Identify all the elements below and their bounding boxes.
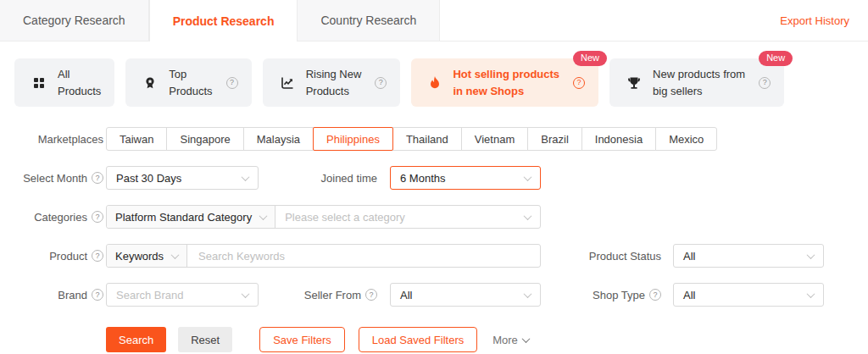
load-saved-filters-button[interactable]: Load Saved Filters bbox=[359, 327, 477, 352]
more-dropdown[interactable]: More bbox=[492, 334, 529, 346]
mode-label: Rising New Products bbox=[306, 66, 362, 99]
mode-all-products[interactable]: All Products bbox=[14, 58, 114, 107]
product-label: Product bbox=[0, 250, 103, 263]
help-icon[interactable] bbox=[759, 77, 771, 89]
marketplace-taiwan[interactable]: Taiwan bbox=[106, 127, 167, 151]
category-placeholder: Please select a category bbox=[285, 211, 405, 224]
marketplace-thailand[interactable]: Thailand bbox=[392, 127, 462, 151]
brand-placeholder: Search Brand bbox=[116, 289, 184, 301]
tab-country-research[interactable]: Country Research bbox=[298, 0, 440, 41]
shop-type-dropdown[interactable]: All bbox=[673, 283, 824, 307]
chevron-down-icon bbox=[524, 173, 532, 181]
help-icon[interactable] bbox=[92, 172, 103, 184]
help-icon[interactable] bbox=[649, 289, 661, 301]
brand-label-text: Brand bbox=[58, 289, 87, 301]
save-filters-button[interactable]: Save Filters bbox=[259, 327, 345, 352]
mode-buttons-row: All Products Top Products Rising Ne bbox=[14, 58, 854, 107]
mode-label: All Products bbox=[58, 66, 101, 99]
product-input-group: Keywords bbox=[106, 244, 541, 268]
mode-hot-selling-new-shops[interactable]: Hot selling products in new Shops New bbox=[411, 58, 598, 107]
marketplace-vietnam[interactable]: Vietnam bbox=[461, 127, 528, 151]
help-icon[interactable] bbox=[573, 77, 585, 89]
joined-time-dropdown[interactable]: 6 Months bbox=[390, 166, 541, 190]
new-badge: New bbox=[759, 51, 793, 66]
product-row: Product Keywords Product Status All bbox=[0, 244, 868, 268]
category-select[interactable]: Please select a category bbox=[275, 206, 540, 228]
brand-label: Brand bbox=[0, 289, 103, 301]
marketplace-singapore[interactable]: Singapore bbox=[166, 127, 243, 151]
more-label: More bbox=[492, 334, 518, 346]
keyword-type-value: Keywords bbox=[115, 250, 164, 263]
joined-time-label: Joined time bbox=[321, 172, 377, 185]
select-month-value: Past 30 Days bbox=[116, 172, 181, 185]
month-row: Select Month Past 30 Days Joined time 6 … bbox=[0, 166, 868, 190]
mode-label: New products from big sellers bbox=[653, 66, 745, 99]
marketplaces-label: Marketplaces bbox=[0, 133, 103, 146]
select-month-dropdown[interactable]: Past 30 Days bbox=[106, 166, 259, 190]
product-status-value: All bbox=[683, 250, 695, 263]
search-button[interactable]: Search bbox=[106, 327, 166, 352]
mode-new-products-big-sellers[interactable]: New products from big sellers New bbox=[609, 58, 784, 107]
category-type-value: Platform Standard Category bbox=[115, 211, 252, 224]
categories-label-text: Categories bbox=[34, 211, 87, 224]
category-input-group: Platform Standard Category Please select… bbox=[106, 205, 541, 229]
tab-category-research[interactable]: Category Research bbox=[0, 0, 149, 41]
marketplace-indonesia[interactable]: Indonesia bbox=[581, 127, 656, 151]
chevron-down-icon bbox=[524, 212, 532, 220]
help-icon[interactable] bbox=[92, 289, 103, 301]
trend-icon bbox=[280, 75, 295, 91]
marketplaces-row: Marketplaces Taiwan Singapore Malaysia P… bbox=[0, 127, 868, 151]
shop-type-group: Shop Type All bbox=[593, 283, 824, 307]
chevron-down-icon bbox=[524, 290, 532, 298]
categories-label: Categories bbox=[0, 211, 103, 224]
seller-from-dropdown[interactable]: All bbox=[390, 283, 541, 307]
grid-icon bbox=[31, 75, 47, 91]
top-tab-bar: Category Research Product Research Count… bbox=[0, 0, 868, 41]
product-label-text: Product bbox=[49, 250, 87, 263]
mode-top-products[interactable]: Top Products bbox=[125, 58, 251, 107]
actions-row: Search Reset Save Filters Load Saved Fil… bbox=[106, 327, 868, 352]
chevron-down-icon bbox=[807, 251, 815, 259]
reset-button[interactable]: Reset bbox=[178, 327, 232, 352]
brand-search-dropdown[interactable]: Search Brand bbox=[106, 283, 259, 307]
shop-type-value: All bbox=[683, 289, 695, 301]
help-icon[interactable] bbox=[375, 77, 387, 89]
select-month-label-text: Select Month bbox=[23, 172, 87, 185]
marketplace-philippines[interactable]: Philippines bbox=[313, 127, 393, 151]
chevron-down-icon bbox=[242, 173, 250, 181]
joined-time-value: 6 Months bbox=[400, 172, 445, 185]
marketplace-malaysia[interactable]: Malaysia bbox=[243, 127, 314, 151]
tab-product-research[interactable]: Product Research bbox=[149, 0, 298, 41]
seller-from-value: All bbox=[400, 289, 412, 301]
shop-type-label: Shop Type bbox=[593, 289, 661, 301]
product-status-group: Product Status All bbox=[589, 244, 824, 268]
search-keywords-input[interactable] bbox=[197, 249, 531, 263]
trophy-icon bbox=[626, 75, 642, 91]
categories-row: Categories Platform Standard Category Pl… bbox=[0, 205, 868, 229]
chevron-down-icon bbox=[242, 290, 250, 298]
help-icon[interactable] bbox=[92, 211, 103, 223]
select-month-label: Select Month bbox=[0, 172, 103, 185]
mode-label: Top Products bbox=[169, 66, 212, 99]
new-badge: New bbox=[573, 51, 607, 66]
marketplace-segmented-control: Taiwan Singapore Malaysia Philippines Th… bbox=[106, 127, 717, 151]
marketplace-mexico[interactable]: Mexico bbox=[655, 127, 717, 151]
seller-from-label: Seller From bbox=[304, 289, 377, 301]
mode-rising-new-products[interactable]: Rising New Products bbox=[263, 58, 401, 107]
help-icon[interactable] bbox=[365, 289, 377, 301]
help-icon[interactable] bbox=[92, 250, 103, 262]
marketplace-brazil[interactable]: Brazil bbox=[527, 127, 582, 151]
chevron-down-icon bbox=[807, 290, 815, 298]
keyword-type-dropdown[interactable]: Keywords bbox=[107, 245, 187, 267]
flame-icon bbox=[428, 75, 442, 91]
medal-icon bbox=[142, 75, 158, 91]
category-type-dropdown[interactable]: Platform Standard Category bbox=[107, 206, 275, 228]
brand-row: Brand Search Brand Seller From All Shop … bbox=[0, 283, 868, 307]
chevron-down-icon bbox=[171, 251, 180, 259]
product-status-label: Product Status bbox=[589, 250, 661, 263]
chevron-down-icon bbox=[259, 212, 268, 220]
export-history-link[interactable]: Export History bbox=[780, 0, 868, 41]
help-icon[interactable] bbox=[226, 77, 238, 89]
product-status-dropdown[interactable]: All bbox=[673, 244, 824, 268]
mode-label: Hot selling products in new Shops bbox=[453, 66, 559, 99]
